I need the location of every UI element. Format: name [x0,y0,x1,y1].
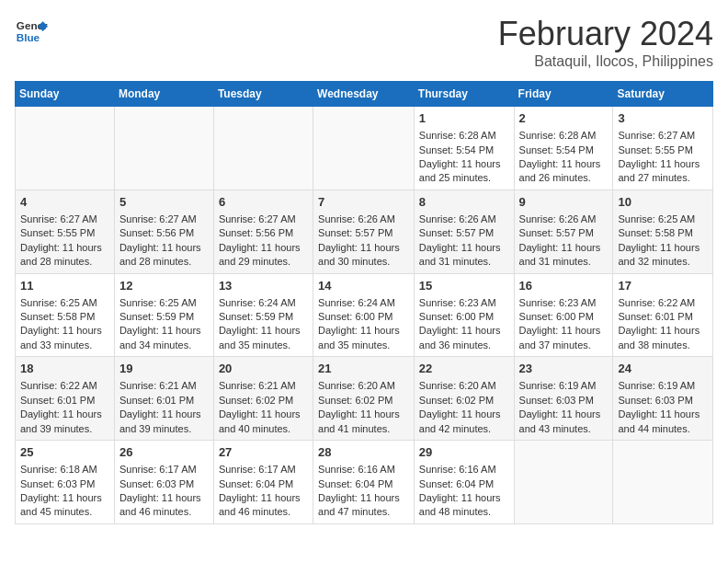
calendar-cell: 28Sunrise: 6:16 AMSunset: 6:04 PMDayligh… [313,441,415,524]
calendar-cell: 21Sunrise: 6:20 AMSunset: 6:02 PMDayligh… [313,357,415,441]
day-number: 24 [618,361,708,377]
sunset-text: Sunset: 5:56 PM [119,226,209,240]
sunset-text: Sunset: 5:57 PM [318,226,409,240]
sunset-text: Sunset: 5:56 PM [219,226,308,240]
day-number: 6 [219,194,308,211]
header-sunday: Sunday [16,82,115,107]
calendar-cell: 23Sunrise: 6:19 AMSunset: 6:03 PMDayligh… [514,357,613,441]
sunrise-text: Sunrise: 6:17 AM [119,463,209,477]
daylight-text: Daylight: 11 hours and 29 minutes. [219,241,308,270]
svg-text:Blue: Blue [17,31,40,43]
sunrise-text: Sunrise: 6:27 AM [219,213,308,226]
sunset-text: Sunset: 5:57 PM [419,226,509,240]
day-number: 20 [219,361,308,377]
calendar-subtitle: Bataquil, Ilocos, Philippines [498,53,713,70]
daylight-text: Daylight: 11 hours and 44 minutes. [618,408,708,436]
day-number: 13 [219,278,308,294]
daylight-text: Daylight: 11 hours and 28 minutes. [20,241,109,270]
calendar-cell: 11Sunrise: 6:25 AMSunset: 5:58 PMDayligh… [16,273,115,357]
calendar-cell: 25Sunrise: 6:18 AMSunset: 6:03 PMDayligh… [16,441,115,524]
daylight-text: Daylight: 11 hours and 30 minutes. [318,241,409,270]
header-thursday: Thursday [414,82,514,107]
day-number: 1 [419,110,509,127]
day-number: 22 [419,361,509,377]
day-number: 7 [318,194,409,211]
sunrise-text: Sunrise: 6:26 AM [419,213,509,226]
daylight-text: Daylight: 11 hours and 37 minutes. [519,324,609,352]
sunset-text: Sunset: 5:54 PM [519,144,609,157]
daylight-text: Daylight: 11 hours and 48 minutes. [419,491,509,520]
calendar-cell: 13Sunrise: 6:24 AMSunset: 5:59 PMDayligh… [213,273,313,357]
daylight-text: Daylight: 11 hours and 46 minutes. [119,491,209,520]
calendar-cell: 9Sunrise: 6:26 AMSunset: 5:57 PMDaylight… [514,190,613,273]
daylight-text: Daylight: 11 hours and 46 minutes. [219,491,308,520]
daylight-text: Daylight: 11 hours and 43 minutes. [519,408,609,436]
daylight-text: Daylight: 11 hours and 28 minutes. [119,241,209,270]
calendar-cell [313,107,415,190]
calendar-cell: 15Sunrise: 6:23 AMSunset: 6:00 PMDayligh… [414,273,514,357]
sunrise-text: Sunrise: 6:25 AM [618,213,708,226]
sunrise-text: Sunrise: 6:17 AM [219,463,308,477]
calendar-cell: 16Sunrise: 6:23 AMSunset: 6:00 PMDayligh… [514,273,613,357]
sunrise-text: Sunrise: 6:24 AM [219,296,308,310]
daylight-text: Daylight: 11 hours and 39 minutes. [119,408,209,436]
sunset-text: Sunset: 6:02 PM [419,394,509,408]
header-monday: Monday [114,82,213,107]
sunset-text: Sunset: 6:03 PM [20,477,109,491]
header-friday: Friday [514,82,613,107]
sunset-text: Sunset: 6:03 PM [519,394,609,408]
day-number: 25 [20,444,109,461]
calendar-cell: 20Sunrise: 6:21 AMSunset: 6:02 PMDayligh… [213,357,313,441]
calendar-cell: 5Sunrise: 6:27 AMSunset: 5:56 PMDaylight… [114,190,213,273]
day-number: 3 [618,110,708,127]
day-number: 17 [618,278,708,294]
calendar-cell: 12Sunrise: 6:25 AMSunset: 5:59 PMDayligh… [114,273,213,357]
sunrise-text: Sunrise: 6:28 AM [519,129,609,143]
calendar-cell [213,107,313,190]
week-row-1: 1Sunrise: 6:28 AMSunset: 5:54 PMDaylight… [16,107,713,190]
week-row-3: 11Sunrise: 6:25 AMSunset: 5:58 PMDayligh… [16,273,713,357]
sunrise-text: Sunrise: 6:27 AM [119,213,209,226]
day-number: 12 [119,278,209,294]
daylight-text: Daylight: 11 hours and 42 minutes. [419,408,509,436]
daylight-text: Daylight: 11 hours and 32 minutes. [618,241,708,270]
sunset-text: Sunset: 6:04 PM [419,477,509,491]
calendar-cell [114,107,213,190]
calendar-cell: 19Sunrise: 6:21 AMSunset: 6:01 PMDayligh… [114,357,213,441]
sunrise-text: Sunrise: 6:22 AM [618,296,708,310]
sunset-text: Sunset: 6:00 PM [419,310,509,324]
sunset-text: Sunset: 5:58 PM [618,226,708,240]
sunset-text: Sunset: 6:01 PM [20,394,109,408]
day-number: 16 [519,278,609,294]
calendar-cell: 27Sunrise: 6:17 AMSunset: 6:04 PMDayligh… [213,441,313,524]
day-number: 18 [20,361,109,377]
week-row-4: 18Sunrise: 6:22 AMSunset: 6:01 PMDayligh… [16,357,713,441]
sunset-text: Sunset: 5:54 PM [419,144,509,157]
sunrise-text: Sunrise: 6:19 AM [618,379,708,393]
logo-icon: General Blue [15,15,48,48]
sunrise-text: Sunrise: 6:25 AM [20,296,109,310]
calendar-cell: 2Sunrise: 6:28 AMSunset: 5:54 PMDaylight… [514,107,613,190]
daylight-text: Daylight: 11 hours and 33 minutes. [20,324,109,352]
calendar-cell: 3Sunrise: 6:27 AMSunset: 5:55 PMDaylight… [613,107,713,190]
sunrise-text: Sunrise: 6:26 AM [318,213,409,226]
calendar-cell: 10Sunrise: 6:25 AMSunset: 5:58 PMDayligh… [613,190,713,273]
sunset-text: Sunset: 6:03 PM [119,477,209,491]
calendar-cell: 29Sunrise: 6:16 AMSunset: 6:04 PMDayligh… [414,441,514,524]
day-number: 4 [20,194,109,211]
calendar-cell [613,441,713,524]
sunrise-text: Sunrise: 6:18 AM [20,463,109,477]
daylight-text: Daylight: 11 hours and 26 minutes. [519,157,609,186]
calendar-title: February 2024 [498,15,713,53]
daylight-text: Daylight: 11 hours and 31 minutes. [419,241,509,270]
day-number: 23 [519,361,609,377]
sunset-text: Sunset: 5:55 PM [20,226,109,240]
logo: General Blue [15,15,48,48]
sunset-text: Sunset: 6:00 PM [318,310,409,324]
sunset-text: Sunset: 6:02 PM [219,394,308,408]
sunset-text: Sunset: 6:01 PM [618,310,708,324]
sunrise-text: Sunrise: 6:27 AM [20,213,109,226]
day-number: 29 [419,444,509,461]
week-row-5: 25Sunrise: 6:18 AMSunset: 6:03 PMDayligh… [16,441,713,524]
sunrise-text: Sunrise: 6:23 AM [419,296,509,310]
